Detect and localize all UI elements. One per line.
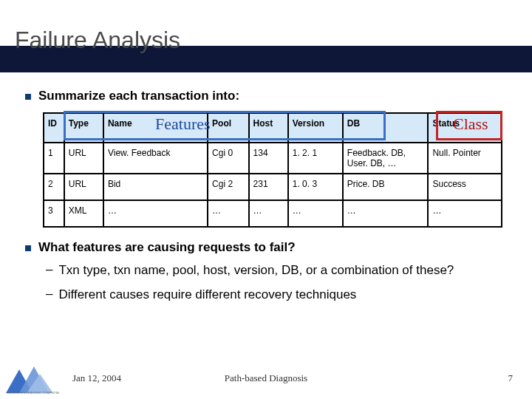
table-container: Features Class ID Type Name Pool Host Ve… [43,112,502,228]
slide: Failure Analysis Summarize each transact… [0,0,532,399]
col-host: Host [249,113,288,143]
cell: Bid [103,174,208,200]
table-row: 3 XML … … … … … … [44,200,502,227]
table-row: 2 URL Bid Cgi 2 231 1. 0. 3 Price. DB Su… [44,174,502,200]
cell: 1. 2. 1 [288,143,343,174]
transaction-table: ID Type Name Pool Host Version DB Status… [43,112,502,228]
cell: … [428,200,502,227]
bullet-1-text: Summarize each transaction into: [38,89,239,103]
bullet-square-icon [25,94,31,100]
cell: XML [64,200,103,227]
cell: Price. DB [343,174,429,200]
bullet-2: What features are causing requests to fa… [25,240,510,255]
cell: URL [64,174,103,200]
dash-icon: – [46,287,52,301]
dash-icon: – [46,262,52,277]
table-row: 1 URL View. Feedback Cgi 0 134 1. 2. 1 F… [44,143,502,174]
cell: 3 [44,200,64,227]
cell: Cgi 2 [208,174,249,200]
cell: … [249,200,288,227]
cell: URL [64,143,103,174]
cell: 231 [249,174,288,200]
cell: … [103,200,208,227]
cell: 1 [44,143,64,174]
col-name: Name [103,113,208,143]
cell: … [208,200,249,227]
cell: Cgi 0 [208,143,249,174]
bullet-square-icon [25,245,31,251]
sub-bullet-2-text: Different causes require different recov… [58,287,356,304]
cell: 1. 0. 3 [288,174,343,200]
col-id: ID [44,113,64,143]
sub-bullet-2: – Different causes require different rec… [46,287,510,304]
cell: View. Feedback [103,143,208,174]
sub-bullet-1: – Txn type, txn name, pool, host, versio… [46,262,510,279]
cell: Success [428,174,502,200]
cell: 134 [249,143,288,174]
cell: 2 [44,174,64,200]
footer-page-number: 7 [508,372,514,384]
cell: … [343,200,429,227]
cell: Null. Pointer [428,143,502,174]
sub-bullet-1-text: Txn type, txn name, pool, host, version,… [58,262,454,279]
col-version: Version [288,113,343,143]
col-type: Type [64,113,103,143]
cell: … [288,200,343,227]
body-top: Summarize each transaction into: Feature… [25,89,510,228]
svg-text:RECOVERY-ORIENTED COMPUTING: RECOVERY-ORIENTED COMPUTING [7,391,59,395]
footer-center-text: Path-based Diagnosis [0,372,532,384]
bullet-2-text: What features are causing requests to fa… [38,240,296,255]
table-header-row: ID Type Name Pool Host Version DB Status [44,113,502,143]
col-pool: Pool [208,113,249,143]
cell: Feedback. DB, User. DB, … [343,143,429,174]
slide-title: Failure Analysis [15,27,180,54]
body-bottom: What features are causing requests to fa… [25,240,510,304]
bullet-1: Summarize each transaction into: [25,89,510,103]
col-status: Status [428,113,502,143]
col-db: DB [343,113,429,143]
